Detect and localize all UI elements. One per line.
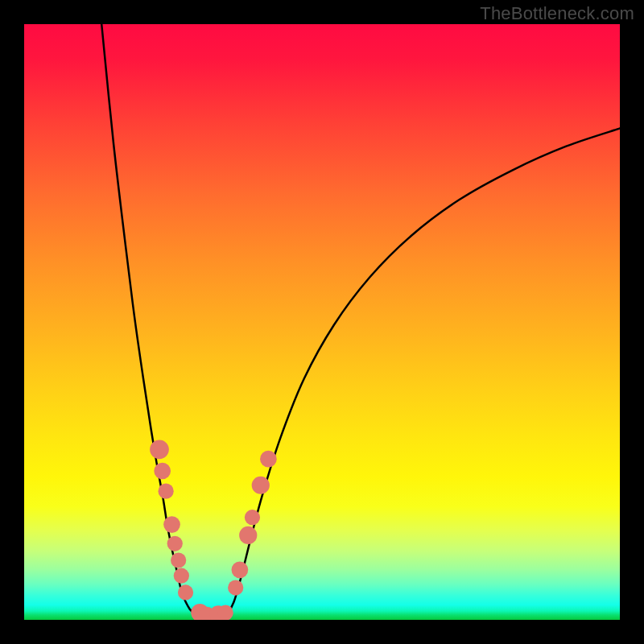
chart-svg <box>24 24 620 620</box>
data-point-marker <box>163 516 180 533</box>
watermark-text: TheBottleneck.com <box>480 3 634 24</box>
data-point-marker <box>252 477 270 494</box>
data-point-marker <box>174 568 189 584</box>
data-point-marker <box>232 561 249 578</box>
data-point-marker <box>218 605 233 621</box>
data-point-marker <box>167 536 183 551</box>
data-point-marker <box>159 484 174 499</box>
data-point-marker <box>228 580 243 595</box>
plot-area <box>24 24 620 620</box>
data-point-marker <box>150 440 169 460</box>
data-point-marker <box>245 510 260 525</box>
data-point-marker <box>178 584 193 600</box>
data-point-marker <box>260 451 277 468</box>
data-point-marker <box>154 463 171 480</box>
data-point-marker <box>171 552 186 568</box>
marker-group <box>150 440 277 620</box>
data-point-marker <box>239 526 257 544</box>
chart-stage: TheBottleneck.com <box>0 0 644 644</box>
